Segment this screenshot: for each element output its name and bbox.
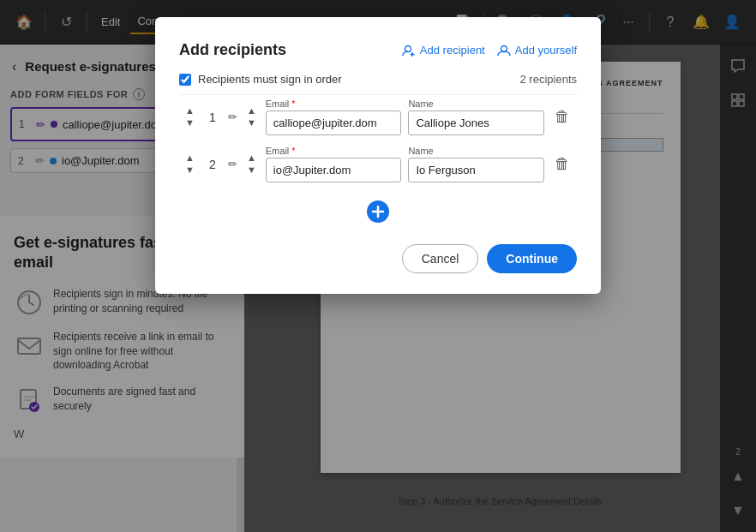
email-label-2: Email * [266,146,402,156]
row-num-2: 2 [204,158,221,171]
arrow-down-2[interactable]: ▼ [183,164,197,176]
modal-header-actions: Add recipient Add yourself [402,44,577,57]
email-input-2[interactable] [266,158,402,182]
sign-in-order-row: Recipients must sign in order 2 recipien… [179,73,577,86]
name-label-2: Name [408,146,544,156]
pen-icon-1: ✏ [228,111,237,123]
row-num-1: 1 [204,111,221,124]
cancel-button[interactable]: Cancel [402,244,479,273]
required-star-2: * [291,146,295,156]
arrow-down-1[interactable]: ▼ [183,117,197,129]
email-field-group-1: Email * [266,99,402,135]
add-yourself-button[interactable]: Add yourself [497,44,577,57]
form-divider [179,94,577,95]
modal-header: Add recipients Add recipient [179,41,577,59]
pen-icon-2: ✏ [228,158,237,170]
name-input-2[interactable] [408,158,544,182]
form-row-1: ▲ ▼ 1 ✏ ▲ ▼ Email * Name 🗑 [179,99,577,135]
add-recipient-button[interactable]: Add recipient [402,44,485,57]
add-recipients-modal: Add recipients Add recipient [155,17,601,294]
name-input-1[interactable] [408,111,544,135]
delete-recipient-2[interactable]: 🗑 [551,152,573,176]
required-star-1: * [291,99,295,109]
email-input-1[interactable] [266,111,402,135]
delete-recipient-1[interactable]: 🗑 [551,105,573,129]
arrow-up-2b[interactable]: ▲ [244,152,259,164]
arrow-down-2b[interactable]: ▼ [244,164,259,176]
arrows-1b: ▲ ▼ [244,105,259,129]
add-row-button[interactable] [363,196,393,227]
sign-order-label[interactable]: Recipients must sign in order [198,73,342,86]
name-label-1: Name [408,99,544,109]
form-row-2: ▲ ▼ 2 ✏ ▲ ▼ Email * Name 🗑 [179,146,577,182]
arrows-1: ▲ ▼ [183,105,197,129]
arrow-up-1b[interactable]: ▲ [244,105,259,117]
name-field-group-1: Name [408,99,544,135]
email-label-1: Email * [266,99,402,109]
arrow-down-1b[interactable]: ▼ [244,117,259,129]
email-field-group-2: Email * [266,146,402,182]
sign-order-checkbox[interactable] [179,74,191,86]
name-field-group-2: Name [408,146,544,182]
arrows-2b: ▲ ▼ [244,152,259,176]
modal-footer: Cancel Continue [179,244,577,273]
recipients-count: 2 recipients [520,73,577,86]
continue-button[interactable]: Continue [487,244,577,273]
arrow-up-1[interactable]: ▲ [183,105,197,117]
arrow-up-2[interactable]: ▲ [183,152,197,164]
modal-overlay: Add recipients Add recipient [0,0,756,532]
arrows-2: ▲ ▼ [183,152,197,176]
modal-title: Add recipients [179,41,286,59]
